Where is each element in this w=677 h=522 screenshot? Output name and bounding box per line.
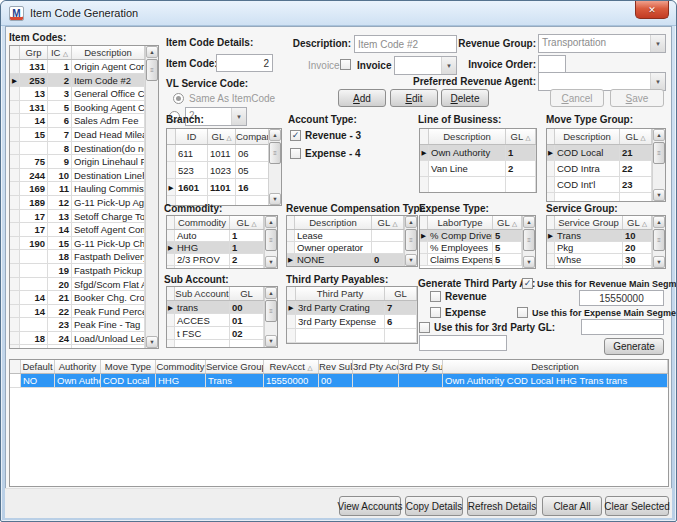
table-row[interactable]: 19Fastpath Pickup I — [10, 264, 158, 278]
edit-button[interactable]: Edit — [390, 89, 438, 107]
generate-expense-checkbox[interactable]: ✓ Expense — [430, 307, 486, 318]
table-row[interactable]: ▶NONE0 — [287, 254, 417, 266]
scrollbar-thumb[interactable]: ≡ — [653, 142, 665, 164]
scrollbar-thumb[interactable]: ≡ — [269, 142, 281, 164]
table-row[interactable]: 8Destination(do no — [10, 142, 158, 156]
generate-button[interactable]: Generate — [604, 338, 664, 355]
table-row[interactable]: 759Origin Linehaul F — [10, 155, 158, 169]
scroll-up-icon[interactable]: ▲ — [523, 216, 535, 228]
table-row[interactable]: Claims Expense5 — [420, 254, 535, 266]
third-party-grid[interactable]: Third PartyGL▶3rd Party Crating73rd Part… — [286, 286, 418, 344]
chevron-down-icon[interactable]: ▼ — [231, 108, 246, 125]
revenue-compensation-grid[interactable]: DescriptionGL △LeaseOwner operator▶NONE0… — [286, 215, 418, 267]
vertical-scrollbar[interactable]: ▲≡▼ — [404, 216, 417, 266]
table-row[interactable]: 24410Destination Lineh — [10, 169, 158, 183]
use-3rd-party-gl-checkbox[interactable]: ✓ Use this for 3rd Party GL: — [419, 322, 555, 333]
table-row[interactable]: ▶HHG1 — [167, 242, 277, 254]
view-accounts-button[interactable]: View Accounts — [339, 496, 401, 516]
chevron-down-icon[interactable]: ▼ — [650, 73, 665, 90]
clear-selected-button[interactable]: Clear Selected — [605, 496, 669, 516]
table-row[interactable]: 1421Booker Chg. Cros — [10, 291, 158, 305]
scroll-up-icon[interactable]: ▲ — [269, 129, 281, 141]
scrollbar-thumb[interactable]: ≡ — [265, 300, 277, 322]
close-button[interactable]: ✕ — [635, 1, 669, 19]
scroll-down-icon[interactable]: ▼ — [653, 189, 665, 201]
table-row[interactable]: ACCES01 — [167, 314, 277, 327]
table-row[interactable]: 18Fastpath Delivery — [10, 250, 158, 264]
vertical-scrollbar[interactable]: ▲≡▼ — [264, 216, 277, 268]
commodity-grid[interactable]: CommodityGL △Auto1▶HHG12/3 PROV2▲≡▼ — [166, 215, 278, 269]
table-row[interactable]: 1714Setoff Agent Com — [10, 223, 158, 237]
service-group-grid[interactable]: Service GroupGL △▶Trans10Pkg20Whse30▲≡▼ — [546, 215, 666, 269]
table-row[interactable]: ▶trans00 — [167, 301, 277, 314]
table-row[interactable]: 20Sfgd/Scom Flat A — [10, 278, 158, 292]
table-row[interactable]: 146Sales Adm Fee — [10, 114, 158, 128]
delete-button[interactable]: Delete — [441, 89, 489, 107]
table-row[interactable]: 4425 — [10, 345, 158, 349]
table-row[interactable]: 523102305 — [167, 162, 281, 179]
table-header[interactable]: Third PartyGL — [287, 287, 417, 301]
scroll-up-icon[interactable]: ▲ — [265, 216, 277, 228]
same-as-itemcode-radio[interactable] — [173, 93, 184, 104]
revenue-3-checkbox[interactable]: ✓ Revenue - 3 — [290, 130, 361, 141]
revenue-main-segment-input[interactable] — [579, 290, 664, 306]
copy-details-button[interactable]: Copy Details — [405, 496, 463, 516]
scrollbar-thumb[interactable]: ≡ — [523, 229, 535, 251]
scroll-down-icon[interactable]: ▼ — [265, 335, 277, 347]
expense-main-segment-input[interactable] — [581, 319, 664, 335]
refresh-details-button[interactable]: Refresh Details — [467, 496, 537, 516]
clear-all-button[interactable]: Clear All — [542, 496, 602, 516]
table-row[interactable]: Auto1 — [167, 230, 277, 242]
table-row[interactable]: Lease — [287, 230, 417, 242]
scroll-up-icon[interactable]: ▲ — [653, 216, 665, 228]
move-type-group-grid[interactable]: DescriptionGL △▶COD Local21COD Intra22CO… — [546, 128, 666, 202]
table-row[interactable] — [420, 177, 536, 193]
table-row[interactable] — [547, 266, 665, 269]
table-header[interactable]: DescriptionGL △ — [420, 129, 536, 145]
scroll-down-icon[interactable]: ▼ — [523, 256, 535, 268]
results-grid[interactable]: DefaultAuthorityMove TypeCommodityServic… — [9, 359, 669, 487]
vertical-scrollbar[interactable]: ▲≡▼ — [652, 129, 665, 201]
table-row[interactable]: 19015G-11 Pick-Up Ch — [10, 237, 158, 251]
scroll-up-icon[interactable]: ▲ — [146, 46, 158, 58]
table-row[interactable]: COD Intra22 — [547, 161, 665, 177]
table-row[interactable]: NOOwn AuthoriCOD LocalHHGTrans1555000000… — [10, 374, 668, 388]
expense-4-checkbox[interactable]: ✓ Expense - 4 — [290, 148, 361, 159]
use-revenue-main-checkbox[interactable]: ✓ Use this for Revenue Main Segment — [522, 278, 677, 290]
table-header[interactable]: DescriptionGL △ — [547, 129, 665, 145]
table-row[interactable] — [287, 329, 417, 343]
table-header[interactable]: Sub AccountGL — [167, 287, 277, 301]
table-header[interactable]: GrpIC △Description — [10, 46, 158, 60]
table-row[interactable]: ▶% Comp Driver5 — [420, 230, 535, 242]
scroll-down-icon[interactable]: ▼ — [146, 336, 158, 348]
scroll-down-icon[interactable]: ▼ — [265, 256, 277, 268]
table-row[interactable] — [167, 340, 277, 348]
table-row[interactable]: 23Peak Fine - Tag — [10, 318, 158, 332]
table-row[interactable]: Whse30 — [547, 254, 665, 266]
scroll-down-icon[interactable]: ▼ — [405, 254, 417, 266]
table-row[interactable]: 16911Hauling Commiss — [10, 182, 158, 196]
table-row[interactable]: 2/3 PROV2 — [167, 254, 277, 266]
invoice-checkbox[interactable]: ✓ — [340, 59, 351, 70]
third-party-gl-input[interactable] — [419, 335, 507, 351]
table-row[interactable]: 157Dead Head Milea — [10, 128, 158, 142]
table-row[interactable]: 1315Booking Agent Co — [10, 101, 158, 115]
save-button[interactable]: Save — [610, 89, 664, 107]
revenue-group-combo[interactable]: Transportation ▼ — [538, 34, 666, 53]
line-of-business-grid[interactable]: DescriptionGL △▶Own Authority1Van Line2 — [419, 128, 537, 193]
use-expense-main-checkbox[interactable]: ✓ Use this for Expense Main Segment: — [517, 307, 677, 319]
table-row[interactable]: Pkg20 — [547, 242, 665, 254]
table-row[interactable]: t FSC02 — [167, 327, 277, 340]
table-header[interactable]: DefaultAuthorityMove TypeCommodityServic… — [10, 360, 668, 374]
vertical-scrollbar[interactable]: ▲≡▼ — [264, 287, 277, 347]
table-row[interactable]: 3rd Party Expense6 — [287, 315, 417, 329]
table-row[interactable]: 1713Setoff Charge To — [10, 210, 158, 224]
chevron-down-icon[interactable]: ▼ — [650, 35, 665, 52]
table-header[interactable]: IDGL △Company — [167, 129, 281, 145]
cancel-button[interactable]: Cancel — [550, 89, 604, 107]
table-row[interactable]: 1824Load/Unload Lea — [10, 332, 158, 346]
table-row[interactable]: ▶COD Local21 — [547, 145, 665, 161]
table-row[interactable]: Owner operator — [287, 242, 417, 254]
scrollbar-thumb[interactable]: ≡ — [146, 59, 158, 81]
table-row[interactable]: % Employees5 — [420, 242, 535, 254]
